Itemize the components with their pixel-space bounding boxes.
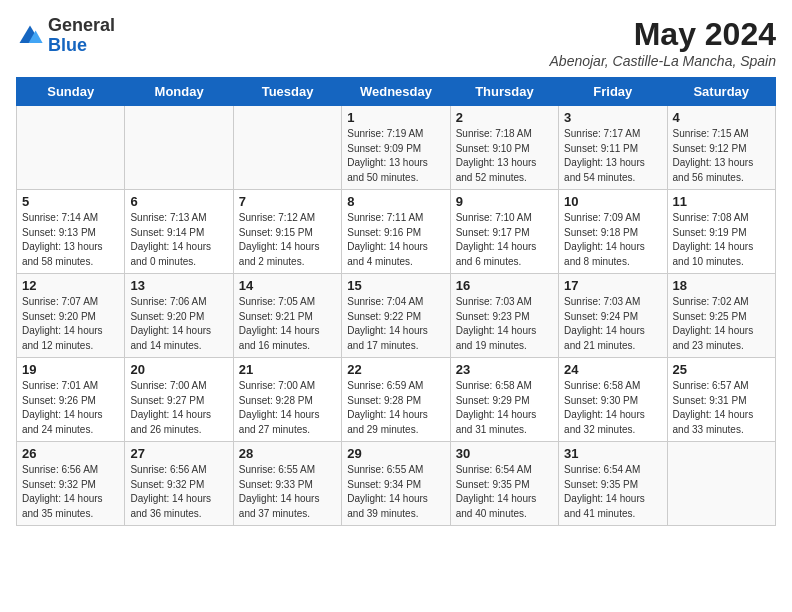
day-info: Sunrise: 7:15 AM Sunset: 9:12 PM Dayligh… bbox=[673, 127, 770, 185]
calendar-cell: 31Sunrise: 6:54 AM Sunset: 9:35 PM Dayli… bbox=[559, 442, 667, 526]
day-number: 2 bbox=[456, 110, 553, 125]
calendar-cell: 28Sunrise: 6:55 AM Sunset: 9:33 PM Dayli… bbox=[233, 442, 341, 526]
day-number: 12 bbox=[22, 278, 119, 293]
day-info: Sunrise: 6:55 AM Sunset: 9:34 PM Dayligh… bbox=[347, 463, 444, 521]
week-row-1: 1Sunrise: 7:19 AM Sunset: 9:09 PM Daylig… bbox=[17, 106, 776, 190]
day-info: Sunrise: 7:10 AM Sunset: 9:17 PM Dayligh… bbox=[456, 211, 553, 269]
calendar-cell: 23Sunrise: 6:58 AM Sunset: 9:29 PM Dayli… bbox=[450, 358, 558, 442]
calendar-cell: 12Sunrise: 7:07 AM Sunset: 9:20 PM Dayli… bbox=[17, 274, 125, 358]
day-info: Sunrise: 7:03 AM Sunset: 9:23 PM Dayligh… bbox=[456, 295, 553, 353]
calendar-header: SundayMondayTuesdayWednesdayThursdayFrid… bbox=[17, 78, 776, 106]
calendar-cell: 14Sunrise: 7:05 AM Sunset: 9:21 PM Dayli… bbox=[233, 274, 341, 358]
day-number: 15 bbox=[347, 278, 444, 293]
weekday-header-monday: Monday bbox=[125, 78, 233, 106]
calendar-table: SundayMondayTuesdayWednesdayThursdayFrid… bbox=[16, 77, 776, 526]
day-info: Sunrise: 7:04 AM Sunset: 9:22 PM Dayligh… bbox=[347, 295, 444, 353]
day-number: 7 bbox=[239, 194, 336, 209]
day-number: 31 bbox=[564, 446, 661, 461]
month-year: May 2024 bbox=[550, 16, 776, 53]
calendar-cell: 29Sunrise: 6:55 AM Sunset: 9:34 PM Dayli… bbox=[342, 442, 450, 526]
weekday-header-tuesday: Tuesday bbox=[233, 78, 341, 106]
day-number: 27 bbox=[130, 446, 227, 461]
calendar-cell: 21Sunrise: 7:00 AM Sunset: 9:28 PM Dayli… bbox=[233, 358, 341, 442]
day-number: 3 bbox=[564, 110, 661, 125]
day-number: 24 bbox=[564, 362, 661, 377]
day-info: Sunrise: 6:59 AM Sunset: 9:28 PM Dayligh… bbox=[347, 379, 444, 437]
day-number: 29 bbox=[347, 446, 444, 461]
day-info: Sunrise: 6:57 AM Sunset: 9:31 PM Dayligh… bbox=[673, 379, 770, 437]
title-area: May 2024 Abenojar, Castille-La Mancha, S… bbox=[550, 16, 776, 69]
calendar-cell: 8Sunrise: 7:11 AM Sunset: 9:16 PM Daylig… bbox=[342, 190, 450, 274]
calendar-cell bbox=[233, 106, 341, 190]
day-info: Sunrise: 7:13 AM Sunset: 9:14 PM Dayligh… bbox=[130, 211, 227, 269]
calendar-cell: 11Sunrise: 7:08 AM Sunset: 9:19 PM Dayli… bbox=[667, 190, 775, 274]
week-row-2: 5Sunrise: 7:14 AM Sunset: 9:13 PM Daylig… bbox=[17, 190, 776, 274]
day-info: Sunrise: 7:11 AM Sunset: 9:16 PM Dayligh… bbox=[347, 211, 444, 269]
calendar-cell: 22Sunrise: 6:59 AM Sunset: 9:28 PM Dayli… bbox=[342, 358, 450, 442]
day-info: Sunrise: 6:55 AM Sunset: 9:33 PM Dayligh… bbox=[239, 463, 336, 521]
day-info: Sunrise: 7:07 AM Sunset: 9:20 PM Dayligh… bbox=[22, 295, 119, 353]
calendar-cell: 16Sunrise: 7:03 AM Sunset: 9:23 PM Dayli… bbox=[450, 274, 558, 358]
calendar-cell: 1Sunrise: 7:19 AM Sunset: 9:09 PM Daylig… bbox=[342, 106, 450, 190]
day-info: Sunrise: 7:17 AM Sunset: 9:11 PM Dayligh… bbox=[564, 127, 661, 185]
day-number: 19 bbox=[22, 362, 119, 377]
day-info: Sunrise: 7:00 AM Sunset: 9:27 PM Dayligh… bbox=[130, 379, 227, 437]
day-number: 6 bbox=[130, 194, 227, 209]
day-info: Sunrise: 7:00 AM Sunset: 9:28 PM Dayligh… bbox=[239, 379, 336, 437]
day-number: 26 bbox=[22, 446, 119, 461]
day-info: Sunrise: 6:58 AM Sunset: 9:30 PM Dayligh… bbox=[564, 379, 661, 437]
day-info: Sunrise: 7:01 AM Sunset: 9:26 PM Dayligh… bbox=[22, 379, 119, 437]
day-info: Sunrise: 7:05 AM Sunset: 9:21 PM Dayligh… bbox=[239, 295, 336, 353]
calendar-cell bbox=[125, 106, 233, 190]
logo-general: General bbox=[48, 15, 115, 35]
day-info: Sunrise: 7:09 AM Sunset: 9:18 PM Dayligh… bbox=[564, 211, 661, 269]
calendar-cell: 25Sunrise: 6:57 AM Sunset: 9:31 PM Dayli… bbox=[667, 358, 775, 442]
weekday-header-thursday: Thursday bbox=[450, 78, 558, 106]
calendar-cell: 9Sunrise: 7:10 AM Sunset: 9:17 PM Daylig… bbox=[450, 190, 558, 274]
calendar-cell: 2Sunrise: 7:18 AM Sunset: 9:10 PM Daylig… bbox=[450, 106, 558, 190]
weekday-row: SundayMondayTuesdayWednesdayThursdayFrid… bbox=[17, 78, 776, 106]
weekday-header-wednesday: Wednesday bbox=[342, 78, 450, 106]
day-number: 13 bbox=[130, 278, 227, 293]
day-info: Sunrise: 7:19 AM Sunset: 9:09 PM Dayligh… bbox=[347, 127, 444, 185]
calendar-cell: 13Sunrise: 7:06 AM Sunset: 9:20 PM Dayli… bbox=[125, 274, 233, 358]
day-number: 5 bbox=[22, 194, 119, 209]
calendar-cell: 17Sunrise: 7:03 AM Sunset: 9:24 PM Dayli… bbox=[559, 274, 667, 358]
logo-text: General Blue bbox=[48, 16, 115, 56]
calendar-cell: 30Sunrise: 6:54 AM Sunset: 9:35 PM Dayli… bbox=[450, 442, 558, 526]
day-info: Sunrise: 7:02 AM Sunset: 9:25 PM Dayligh… bbox=[673, 295, 770, 353]
day-info: Sunrise: 7:08 AM Sunset: 9:19 PM Dayligh… bbox=[673, 211, 770, 269]
day-info: Sunrise: 6:54 AM Sunset: 9:35 PM Dayligh… bbox=[564, 463, 661, 521]
calendar-cell: 19Sunrise: 7:01 AM Sunset: 9:26 PM Dayli… bbox=[17, 358, 125, 442]
day-info: Sunrise: 6:58 AM Sunset: 9:29 PM Dayligh… bbox=[456, 379, 553, 437]
weekday-header-sunday: Sunday bbox=[17, 78, 125, 106]
week-row-4: 19Sunrise: 7:01 AM Sunset: 9:26 PM Dayli… bbox=[17, 358, 776, 442]
calendar-cell: 20Sunrise: 7:00 AM Sunset: 9:27 PM Dayli… bbox=[125, 358, 233, 442]
weekday-header-saturday: Saturday bbox=[667, 78, 775, 106]
day-number: 14 bbox=[239, 278, 336, 293]
day-info: Sunrise: 6:56 AM Sunset: 9:32 PM Dayligh… bbox=[130, 463, 227, 521]
day-info: Sunrise: 6:54 AM Sunset: 9:35 PM Dayligh… bbox=[456, 463, 553, 521]
day-number: 23 bbox=[456, 362, 553, 377]
day-info: Sunrise: 6:56 AM Sunset: 9:32 PM Dayligh… bbox=[22, 463, 119, 521]
week-row-5: 26Sunrise: 6:56 AM Sunset: 9:32 PM Dayli… bbox=[17, 442, 776, 526]
calendar-cell: 18Sunrise: 7:02 AM Sunset: 9:25 PM Dayli… bbox=[667, 274, 775, 358]
day-number: 11 bbox=[673, 194, 770, 209]
day-number: 28 bbox=[239, 446, 336, 461]
day-number: 22 bbox=[347, 362, 444, 377]
calendar-cell: 15Sunrise: 7:04 AM Sunset: 9:22 PM Dayli… bbox=[342, 274, 450, 358]
day-number: 16 bbox=[456, 278, 553, 293]
logo-blue: Blue bbox=[48, 35, 87, 55]
day-number: 10 bbox=[564, 194, 661, 209]
calendar-cell: 10Sunrise: 7:09 AM Sunset: 9:18 PM Dayli… bbox=[559, 190, 667, 274]
day-number: 1 bbox=[347, 110, 444, 125]
day-number: 8 bbox=[347, 194, 444, 209]
day-info: Sunrise: 7:06 AM Sunset: 9:20 PM Dayligh… bbox=[130, 295, 227, 353]
calendar-cell: 27Sunrise: 6:56 AM Sunset: 9:32 PM Dayli… bbox=[125, 442, 233, 526]
calendar-cell: 4Sunrise: 7:15 AM Sunset: 9:12 PM Daylig… bbox=[667, 106, 775, 190]
logo-icon bbox=[16, 22, 44, 50]
page-header: General Blue May 2024 Abenojar, Castille… bbox=[16, 16, 776, 69]
location: Abenojar, Castille-La Mancha, Spain bbox=[550, 53, 776, 69]
day-info: Sunrise: 7:14 AM Sunset: 9:13 PM Dayligh… bbox=[22, 211, 119, 269]
calendar-cell: 5Sunrise: 7:14 AM Sunset: 9:13 PM Daylig… bbox=[17, 190, 125, 274]
